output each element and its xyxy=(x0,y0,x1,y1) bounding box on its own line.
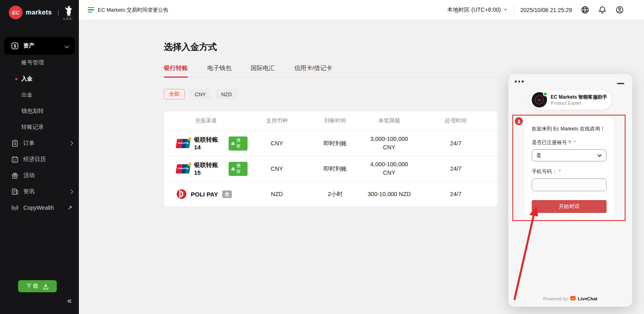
hours-cell: 24/7 xyxy=(414,140,497,147)
account-icon[interactable] xyxy=(615,6,624,14)
phone-input[interactable] xyxy=(532,178,607,191)
download-button[interactable]: 下载 xyxy=(18,280,57,292)
broadcast-icon xyxy=(11,204,19,211)
col-header: 支持币种 xyxy=(248,117,306,124)
filter-cny[interactable]: CNY xyxy=(190,89,211,99)
limit-amount: 3,000-100,000 xyxy=(364,135,414,143)
arrival-cell: 2小时 xyxy=(306,190,364,198)
table-row[interactable]: UnionPay 银联转账15 推荐 CNY 即时到账 4,000-100,00… xyxy=(164,156,497,181)
tab-international-wire[interactable]: 国际电汇 xyxy=(251,64,275,77)
sidebar-item-activities[interactable]: 活动 xyxy=(0,167,79,184)
online-status-dot xyxy=(543,92,547,96)
ec-logo-icon: EC xyxy=(9,6,23,19)
tab-credit-debit-card[interactable]: 信用卡/借记卡 xyxy=(294,64,332,77)
filter-nzd[interactable]: NZD xyxy=(216,89,237,99)
agent-avatar: EC xyxy=(532,92,547,107)
welcome-message: 欢迎来到 Ec Markets 在线咨询！ xyxy=(532,126,607,132)
table-row[interactable]: UnionPay 银联转账14 推荐 CNY 即时到账 3,000-100,00… xyxy=(164,130,497,156)
phone-number-label: 手机号码：* xyxy=(532,168,607,175)
col-header: 充值渠道 xyxy=(164,117,248,124)
currency-cell: NZD xyxy=(248,191,306,197)
agent-name: EC Markets 智能客服助手 xyxy=(551,94,607,100)
agent-avatar-ec-logo: EC xyxy=(535,95,544,104)
brand-logo: EC markets | L.F.C. xyxy=(0,0,79,24)
livechat-icon xyxy=(570,295,576,302)
datetime: 2025/10/06 21:25:29 xyxy=(520,7,572,13)
sidebar-item-withdrawal[interactable]: 出金 xyxy=(0,87,79,103)
download-label: 下载 xyxy=(26,283,39,290)
sidebar-item-label: 转账记录 xyxy=(21,124,44,131)
thumb-up-icon xyxy=(231,167,235,171)
bank-icon xyxy=(225,192,229,196)
topbar-divider xyxy=(514,6,514,14)
timezone-selector[interactable]: 本地时区 (UTC+8:00) xyxy=(447,6,507,14)
sidebar-item-transfer-records[interactable]: 转账记录 xyxy=(0,119,79,135)
sidebar-item-orders[interactable]: 订单 xyxy=(0,135,79,151)
powered-by: Powered by LiveChat xyxy=(508,295,632,302)
chat-minimize-icon[interactable] xyxy=(617,83,624,84)
calendar-icon xyxy=(11,156,19,163)
tab-e-wallet[interactable]: 电子钱包 xyxy=(207,64,231,77)
start-chat-button[interactable]: 开始对话 xyxy=(532,200,607,213)
registered-select[interactable]: 是 xyxy=(532,149,607,161)
sidebar-item-account-management[interactable]: 账号管理 xyxy=(0,55,79,71)
selected-option: 是 xyxy=(536,152,541,159)
sidebar-item-assets[interactable]: $ 资产 xyxy=(4,37,75,55)
sidebar-item-economic-calendar[interactable]: 经济日历 xyxy=(0,151,79,167)
recommended-badge: 推荐 xyxy=(229,162,248,176)
col-header: 处理时间 xyxy=(414,117,497,124)
announcement-text: EC Markets 交易时间变更公告 xyxy=(98,6,169,14)
badge-label: 推荐 xyxy=(236,137,245,149)
table-header: 充值渠道 支持币种 到账时间 单笔限额 处理时间 xyxy=(164,111,497,130)
announcement-link[interactable]: EC Markets 交易时间变更公告 xyxy=(88,6,169,14)
lfc-label: L.F.C. xyxy=(64,17,73,20)
badge-label: 推荐 xyxy=(236,163,245,175)
agent-card: EC EC Markets 智能客服助手 Product Expert xyxy=(529,90,611,109)
arrival-cell: 即时到账 xyxy=(306,165,364,173)
currency-cell: CNY xyxy=(248,165,306,172)
limit-amount: 300-10,000 NZD xyxy=(364,190,414,198)
timezone-caret-icon xyxy=(504,9,507,11)
download-icon xyxy=(43,283,49,289)
sidebar-item-label: 订单 xyxy=(23,140,69,147)
sidebar-item-label: 出金 xyxy=(21,91,33,99)
dollar-icon: $ xyxy=(11,42,19,50)
sidebar-item-label: CopyWealth xyxy=(23,205,67,211)
sidebar-item-copywealth[interactable]: CopyWealth ↗ xyxy=(0,200,79,216)
col-header: 单笔限额 xyxy=(364,117,414,124)
required-asterisk: * xyxy=(574,140,576,145)
table-row[interactable]: POLI PAY NZD 2小时 300-10,000 NZD 24/7 xyxy=(164,181,497,207)
agent-role: Product Expert xyxy=(551,100,607,106)
sidebar-item-label: 资产 xyxy=(23,42,65,50)
lfc-emblem: L.F.C. xyxy=(63,5,74,20)
tab-bank-transfer[interactable]: 银行转账 xyxy=(164,64,188,77)
notifications-bell-icon[interactable] xyxy=(598,6,607,14)
chevron-down-icon xyxy=(64,43,69,48)
prechat-form: 欢迎来到 Ec Markets 在线咨询！ 是否已注册账号？* 是 手机号码：*… xyxy=(524,118,614,217)
sidebar-item-wallet-transfer[interactable]: 钱包划转 xyxy=(0,103,79,119)
required-asterisk: * xyxy=(559,169,561,174)
sidebar-item-news[interactable]: 资讯 xyxy=(0,184,79,200)
unionpay-logo-icon: UnionPay xyxy=(176,164,190,174)
limit-cell: 4,000-100,000 CNY xyxy=(364,160,414,177)
chevron-down-icon xyxy=(597,153,602,158)
logo-corner-badge xyxy=(188,137,192,140)
globe-icon[interactable] xyxy=(581,6,589,14)
limit-currency: CNY xyxy=(364,143,414,152)
filter-all[interactable]: 全部 xyxy=(164,89,185,99)
sidebar-item-label: 活动 xyxy=(23,172,72,179)
currency-cell: CNY xyxy=(248,140,306,147)
sidebar-item-label: 经济日历 xyxy=(23,156,72,163)
sidebar-item-deposit[interactable]: 入金 xyxy=(0,71,79,87)
livechat-brand[interactable]: LiveChat xyxy=(578,296,598,301)
chat-more-options-icon[interactable] xyxy=(515,81,524,83)
gift-icon xyxy=(11,172,19,179)
announcement-icon xyxy=(88,7,94,13)
col-header: 到账时间 xyxy=(306,117,364,124)
unionpay-logo-text: UnionPay xyxy=(176,167,190,169)
poli-pay-logo-icon xyxy=(176,189,187,199)
sidebar-item-label: 钱包划转 xyxy=(21,107,44,115)
collapse-sidebar-icon[interactable]: « xyxy=(67,296,72,305)
svg-text:$: $ xyxy=(14,44,16,48)
chevron-right-icon xyxy=(68,141,73,145)
